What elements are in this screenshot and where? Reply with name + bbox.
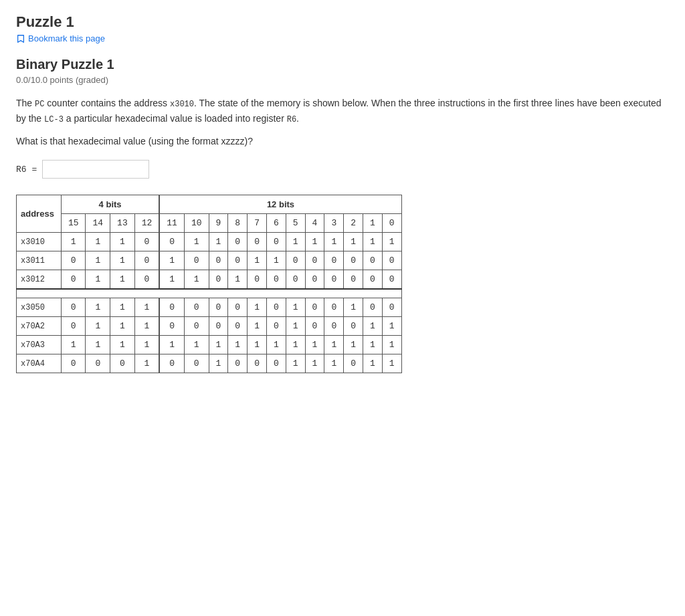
- bit-cell: 1: [184, 270, 209, 290]
- addr-cell: x3012: [17, 270, 62, 290]
- bit-cell: 0: [305, 251, 324, 270]
- bit-cell: 0: [305, 270, 324, 290]
- points-label: 0.0/10.0 points (graded): [16, 75, 669, 85]
- bit-cell: 1: [286, 233, 305, 251]
- bit-cell: 1: [184, 233, 209, 251]
- bit-cell: 1: [209, 354, 228, 373]
- lc3-code: LC-3: [44, 115, 64, 124]
- bit-cell: 1: [305, 336, 324, 354]
- bit14-header: 14: [86, 214, 110, 233]
- addr-cell: x3050: [17, 298, 62, 317]
- bit-cell: 1: [159, 270, 184, 290]
- bit-cell: 0: [134, 251, 159, 270]
- table-row: x30110110100011000000: [17, 251, 402, 270]
- bit-cell: 0: [363, 270, 383, 290]
- addr-cell: x70A2: [17, 317, 62, 336]
- bookmark-icon: [16, 34, 25, 43]
- bit-cell: 1: [363, 233, 383, 251]
- bit-cell: 0: [324, 317, 344, 336]
- question-text: What is that hexadecimal value (using th…: [16, 136, 669, 146]
- bit-cell: 0: [61, 317, 86, 336]
- bit-cell: 0: [305, 298, 324, 317]
- bit-cell: 1: [363, 336, 383, 354]
- bit-cell: 1: [86, 233, 110, 251]
- bookmark-link[interactable]: Bookmark this page: [16, 33, 105, 43]
- bit-cell: 1: [266, 336, 286, 354]
- r6-code: R6: [287, 115, 296, 124]
- bit-cell: 0: [266, 354, 286, 373]
- addr-cell: x70A3: [17, 336, 62, 354]
- bit-cell: 1: [266, 251, 286, 270]
- bit-cell: 0: [61, 298, 86, 317]
- bit-cell: 0: [363, 298, 383, 317]
- bit-cell: 0: [344, 317, 363, 336]
- bit-cell: 0: [209, 298, 228, 317]
- input-label: R6 =: [16, 165, 37, 175]
- bit-cell: 0: [286, 251, 305, 270]
- bit-cell: 0: [344, 270, 363, 290]
- bit-cell: 1: [110, 251, 135, 270]
- page-title: Puzzle 1: [16, 13, 669, 31]
- bit-cell: 1: [344, 298, 363, 317]
- r6-input[interactable]: [42, 160, 149, 179]
- bit-cell: 1: [363, 317, 383, 336]
- bit13-header: 13: [110, 214, 135, 233]
- bit12-header: 12: [134, 214, 159, 233]
- memory-table: address 4 bits 12 bits 15 14 13 12 11 10…: [16, 195, 402, 373]
- bit-cell: 0: [228, 233, 248, 251]
- addr-cell: x3011: [17, 251, 62, 270]
- bit-cell: 1: [61, 233, 86, 251]
- bit-cell: 1: [286, 317, 305, 336]
- bit1-header: 1: [363, 214, 383, 233]
- 12bits-header: 12 bits: [159, 195, 401, 214]
- bit-cell: 0: [228, 317, 248, 336]
- bit-cell: 1: [382, 317, 401, 336]
- bit-cell: 0: [248, 354, 267, 373]
- bit-cell: 0: [134, 270, 159, 290]
- bit-cell: 1: [305, 354, 324, 373]
- bit8-header: 8: [228, 214, 248, 233]
- bit-cell: 1: [248, 336, 267, 354]
- bit-cell: 1: [286, 354, 305, 373]
- bit-cell: 0: [305, 317, 324, 336]
- bit-cell: 0: [134, 233, 159, 251]
- table-row: x30500111000010100100: [17, 298, 402, 317]
- bit-cell: 1: [248, 317, 267, 336]
- bit-numbers-row: 15 14 13 12 11 10 9 8 7 6 5 4 3 2 1 0: [17, 214, 402, 233]
- pc-code: PC: [35, 100, 44, 109]
- bit-cell: 1: [110, 336, 135, 354]
- bit-cell: 1: [134, 298, 159, 317]
- bit-cell: 1: [382, 336, 401, 354]
- bit-cell: 1: [110, 270, 135, 290]
- bit-cell: 0: [344, 354, 363, 373]
- table-row: x30101110011000111111: [17, 233, 402, 251]
- bit-cell: 0: [184, 251, 209, 270]
- bit-cell: 1: [248, 251, 267, 270]
- address-header: address: [17, 195, 62, 233]
- bit-cell: 0: [209, 251, 228, 270]
- bit-cell: 0: [110, 354, 135, 373]
- bit-cell: 0: [228, 298, 248, 317]
- bit-cell: 1: [305, 233, 324, 251]
- bit3-header: 3: [324, 214, 344, 233]
- bit-cell: 1: [110, 298, 135, 317]
- bit-cell: 0: [159, 317, 184, 336]
- bit-cell: 0: [61, 270, 86, 290]
- bit10-header: 10: [184, 214, 209, 233]
- answer-row: R6 =: [16, 160, 669, 179]
- bit-cell: 1: [61, 336, 86, 354]
- bit-cell: 0: [209, 270, 228, 290]
- bit-cell: 0: [248, 270, 267, 290]
- bit-cell: 1: [134, 336, 159, 354]
- bit-cell: 1: [382, 354, 401, 373]
- bit-cell: 1: [86, 336, 110, 354]
- bit7-header: 7: [248, 214, 267, 233]
- bit-cell: 0: [266, 317, 286, 336]
- table-row: x30120110110100000000: [17, 270, 402, 290]
- bit-cell: 1: [209, 336, 228, 354]
- bit-cell: 1: [209, 233, 228, 251]
- bit-cell: 0: [324, 270, 344, 290]
- table-row: x70A40001001000111011: [17, 354, 402, 373]
- bit-cell: 1: [228, 336, 248, 354]
- bit-cell: 1: [134, 354, 159, 373]
